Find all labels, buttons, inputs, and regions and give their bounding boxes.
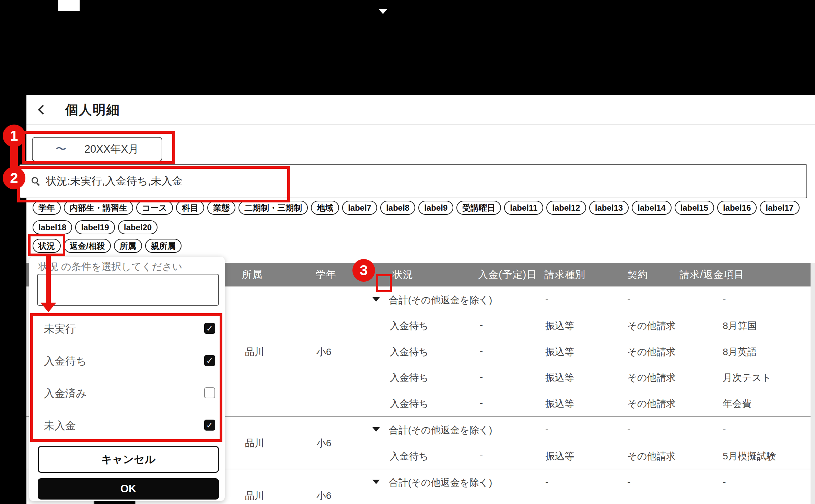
filter-chip-label17[interactable]: label17 [760, 201, 799, 215]
bill-item-cell: - [723, 476, 726, 487]
contract-cell: - [627, 424, 630, 435]
bill-item-cell: 5月模擬試験 [723, 450, 776, 463]
contract-cell: その他請求 [627, 371, 676, 384]
payment-date-cell: - [480, 294, 483, 305]
contract-cell: その他請求 [627, 397, 676, 410]
filter-chip-label12[interactable]: label12 [546, 201, 586, 215]
filter-chip-label18[interactable]: label18 [33, 220, 72, 234]
status-condition-input[interactable] [37, 274, 219, 306]
group-collapse-arrow-icon[interactable] [372, 427, 380, 432]
filter-chip-返金/相殺[interactable]: 返金/相殺 [64, 239, 111, 253]
status-cell: 入金待ち [390, 450, 429, 463]
filter-chip-label9[interactable]: label9 [418, 201, 453, 215]
bill-item-cell: - [723, 424, 726, 435]
bill-type-cell: 振込等 [545, 450, 574, 463]
grade-cell: 小6 [316, 489, 331, 502]
filter-chip-業態[interactable]: 業態 [207, 201, 235, 215]
contract-cell: - [627, 294, 630, 305]
filter-chip-コース[interactable]: コース [136, 201, 173, 215]
contract-cell: - [627, 476, 630, 487]
filter-chip-学年[interactable]: 学年 [33, 201, 61, 215]
filter-chip-親所属[interactable]: 親所属 [145, 239, 182, 253]
affiliation-cell: 品川 [245, 489, 264, 502]
annotation-badge-1: 1 [3, 125, 25, 147]
filter-chip-内部生・講習生[interactable]: 内部生・講習生 [64, 201, 133, 215]
annotation-box-sort-arrow [376, 274, 392, 292]
payment-date-cell: - [480, 424, 483, 435]
filter-chip-所属[interactable]: 所属 [114, 239, 142, 253]
bill-type-cell: 振込等 [545, 345, 574, 359]
bill-item-cell: 年会費 [723, 397, 752, 410]
filter-chip-row-1: 学年内部生・講習生コース科目業態二期制・三期制地域label7label8lab… [33, 201, 800, 215]
annotation-box-date-range [22, 131, 175, 164]
affiliation-cell: 品川 [245, 345, 264, 359]
column-header-grade: 学年 [316, 263, 336, 286]
status-cell: 入金待ち [390, 345, 429, 359]
bill-type-cell: 振込等 [545, 371, 574, 384]
payment-date-cell: - [480, 371, 483, 382]
top-notch [58, 0, 80, 11]
column-header-bill-type: 請求種別 [544, 263, 585, 286]
filter-chip-label8[interactable]: label8 [380, 201, 415, 215]
column-header-affiliation: 所属 [242, 263, 263, 286]
bill-item-cell: 8月英語 [723, 345, 757, 359]
column-header-bill-item: 請求/返金項目 [679, 263, 744, 286]
contract-cell: その他請求 [627, 345, 676, 359]
status-cell: 入金待ち [390, 319, 429, 332]
cancel-button[interactable]: キャンセル [38, 446, 219, 473]
bill-item-cell: 8月算国 [723, 319, 757, 332]
group-collapse-arrow-icon[interactable] [372, 480, 380, 484]
filter-chip-受講曜日[interactable]: 受講曜日 [456, 201, 501, 215]
status-cell: 入金待ち [390, 371, 429, 384]
payment-date-cell: - [480, 450, 483, 461]
back-button[interactable] [36, 103, 50, 117]
vertical-scrollbar[interactable] [811, 263, 815, 504]
column-header-contract: 契約 [627, 263, 648, 286]
back-chevron-icon [38, 105, 48, 115]
column-header-payment-date: 入金(予定)日 [478, 263, 537, 286]
total-row-label: 合計(その他返金を除く) [389, 476, 492, 489]
total-row-label: 合計(その他返金を除く) [389, 294, 492, 307]
annotation-badge-3: 3 [352, 259, 375, 282]
filter-chip-二期制・三期制[interactable]: 二期制・三期制 [238, 201, 308, 215]
filter-chip-label7[interactable]: label7 [342, 201, 377, 215]
payment-date-cell: - [480, 319, 483, 330]
annotation-arrow-head [40, 303, 56, 312]
popup-title: 状況 の条件を選択してください [38, 260, 183, 274]
bill-item-cell: - [723, 294, 726, 305]
filter-chip-label14[interactable]: label14 [632, 201, 671, 215]
bill-type-cell: 振込等 [545, 319, 574, 332]
contract-cell: その他請求 [627, 319, 676, 332]
payment-date-cell: - [480, 397, 483, 408]
sort-descending-icon[interactable] [379, 9, 387, 14]
total-row-label: 合計(その他返金を除く) [389, 424, 492, 437]
column-header-status: 状況 [393, 263, 413, 286]
annotation-arrow-stem [46, 255, 51, 303]
ok-button[interactable]: OK [38, 478, 219, 500]
bill-item-cell: 月次テスト [723, 371, 771, 384]
filter-chip-label13[interactable]: label13 [589, 201, 629, 215]
annotation-box-search [17, 166, 290, 202]
bill-type-cell: - [545, 476, 548, 487]
affiliation-cell: 品川 [245, 437, 264, 450]
filter-chip-科目[interactable]: 科目 [176, 201, 204, 215]
grade-cell: 小6 [316, 437, 331, 450]
header-divider [26, 124, 815, 125]
filter-chip-label15[interactable]: label15 [675, 201, 714, 215]
page-title: 個人明細 [65, 101, 120, 119]
bill-type-cell: - [545, 294, 548, 305]
bill-type-cell: - [545, 424, 548, 435]
filter-chip-label20[interactable]: label20 [118, 220, 158, 234]
contract-cell: その他請求 [627, 450, 676, 463]
filter-chip-label11[interactable]: label11 [504, 201, 543, 215]
annotation-box-status-options [30, 313, 222, 442]
payment-date-cell: - [480, 345, 483, 356]
bill-type-cell: 振込等 [545, 397, 574, 410]
filter-chip-label16[interactable]: label16 [717, 201, 757, 215]
filter-chip-row-2: label18label19label20 [33, 220, 158, 234]
filter-chip-label19[interactable]: label19 [75, 220, 115, 234]
status-cell: 入金待ち [390, 397, 429, 410]
annotation-box-status-chip [28, 234, 65, 256]
filter-chip-地域[interactable]: 地域 [311, 201, 339, 215]
group-collapse-arrow-icon[interactable] [372, 297, 380, 302]
